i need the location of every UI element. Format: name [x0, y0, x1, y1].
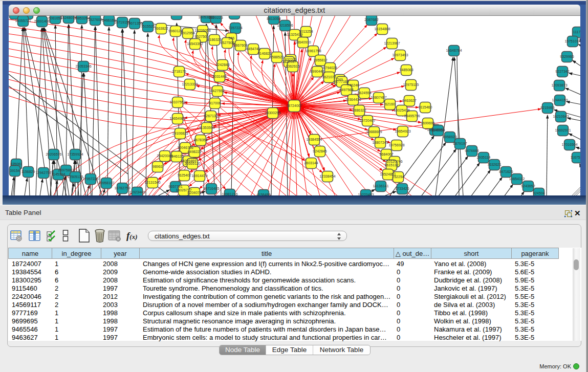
svg-text:8813054: 8813054 — [267, 17, 280, 20]
svg-text:12213967: 12213967 — [384, 41, 400, 45]
svg-text:8958923: 8958923 — [443, 135, 456, 139]
svg-text:7357224: 7357224 — [228, 26, 242, 30]
svg-text:12338454: 12338454 — [319, 174, 335, 178]
svg-text:252254: 252254 — [392, 175, 404, 179]
svg-text:2087682: 2087682 — [364, 18, 378, 21]
svg-text:924504: 924504 — [533, 191, 545, 195]
svg-text:7515526: 7515526 — [141, 25, 155, 28]
svg-text:16914479: 16914479 — [191, 174, 207, 178]
svg-text:9115460: 9115460 — [419, 105, 432, 109]
svg-text:12131540: 12131540 — [144, 181, 160, 184]
svg-text:18724007: 18724007 — [286, 104, 302, 107]
svg-text:20364436: 20364436 — [345, 98, 361, 101]
svg-text:18300295: 18300295 — [265, 111, 280, 115]
svg-text:9684067: 9684067 — [379, 152, 393, 156]
svg-text:10973493: 10973493 — [392, 53, 408, 57]
svg-text:1615132: 1615132 — [384, 163, 398, 167]
svg-text:9227342: 9227342 — [555, 70, 569, 73]
svg-text:4498222: 4498222 — [187, 150, 201, 154]
svg-text:1588520: 1588520 — [270, 55, 284, 59]
svg-text:8031446: 8031446 — [212, 75, 226, 78]
svg-text:16961758: 16961758 — [305, 49, 321, 53]
svg-text:7663822: 7663822 — [154, 27, 168, 30]
svg-text:9527508: 9527508 — [220, 41, 234, 45]
svg-text:12975115: 12975115 — [403, 83, 419, 86]
svg-text:9463627: 9463627 — [402, 99, 416, 102]
svg-text:9146821: 9146821 — [257, 52, 271, 55]
svg-text:21053346: 21053346 — [75, 64, 91, 68]
svg-text:12213319: 12213319 — [182, 82, 198, 86]
svg-text:8267130: 8267130 — [204, 114, 217, 118]
svg-text:8990448: 8990448 — [310, 70, 324, 73]
svg-text:1362615: 1362615 — [286, 64, 299, 68]
svg-text:62160: 62160 — [385, 102, 395, 106]
svg-text:8454749: 8454749 — [246, 47, 260, 51]
svg-text:1527602: 1527602 — [88, 18, 102, 21]
svg-text:18981216: 18981216 — [222, 192, 237, 196]
svg-text:19218506: 19218506 — [277, 24, 293, 27]
svg-text:19384554: 19384554 — [306, 138, 322, 141]
svg-text:1621072: 1621072 — [322, 75, 336, 79]
svg-text:11923448: 11923448 — [129, 190, 145, 194]
svg-text:10025438: 10025438 — [394, 108, 409, 112]
svg-text:8912954: 8912954 — [181, 31, 194, 35]
svg-text:7955812: 7955812 — [313, 58, 327, 62]
svg-text:20206576: 20206576 — [46, 152, 61, 156]
svg-text:7485063: 7485063 — [399, 68, 413, 72]
svg-text:10853267: 10853267 — [74, 16, 90, 20]
svg-text:19654923: 19654923 — [395, 129, 410, 133]
svg-text:1145194: 1145194 — [52, 172, 66, 176]
svg-text:12942757: 12942757 — [35, 171, 51, 174]
svg-text:9474444: 9474444 — [465, 149, 478, 152]
svg-text:8678352: 8678352 — [193, 138, 207, 142]
svg-text:18495796: 18495796 — [404, 114, 420, 118]
svg-text:16154808: 16154808 — [374, 27, 390, 31]
svg-text:39154: 39154 — [10, 169, 20, 172]
svg-text:16671355: 16671355 — [126, 21, 142, 25]
svg-text:6497568: 6497568 — [339, 88, 353, 92]
svg-text:18640910: 18640910 — [295, 40, 311, 44]
svg-text:1156829: 1156829 — [21, 170, 35, 173]
svg-text:10120746: 10120746 — [386, 160, 402, 163]
svg-text:746246: 746246 — [347, 83, 359, 87]
svg-text:10046756: 10046756 — [177, 146, 193, 149]
svg-text:14136141: 14136141 — [373, 184, 388, 188]
svg-text:17957225: 17957225 — [82, 177, 98, 181]
svg-text:13270483: 13270483 — [358, 193, 374, 196]
svg-text:4158480: 4158480 — [256, 193, 270, 196]
svg-text:1167533: 1167533 — [571, 156, 580, 159]
svg-text:19756928: 19756928 — [388, 143, 404, 147]
svg-text:10688609: 10688609 — [366, 130, 382, 134]
svg-text:2867608: 2867608 — [233, 43, 247, 47]
svg-text:7632621: 7632621 — [487, 163, 501, 166]
svg-text:19106825: 19106825 — [172, 132, 188, 135]
svg-text:16210643: 16210643 — [553, 115, 569, 118]
svg-text:3624554: 3624554 — [357, 91, 371, 95]
svg-text:9242845: 9242845 — [313, 149, 326, 153]
svg-text:20691406: 20691406 — [34, 19, 50, 23]
svg-text:9329966: 9329966 — [560, 55, 574, 58]
svg-text:2935114: 2935114 — [477, 156, 491, 159]
svg-text:11175: 11175 — [573, 30, 580, 34]
svg-text:98961: 98961 — [153, 165, 163, 168]
svg-text:20555120: 20555120 — [184, 162, 200, 165]
svg-text:10958107: 10958107 — [98, 181, 114, 185]
svg-text:7886322: 7886322 — [352, 108, 366, 112]
svg-text:835061: 835061 — [10, 162, 22, 166]
svg-text:10807487: 10807487 — [371, 96, 386, 99]
svg-text:11325419: 11325419 — [287, 33, 303, 36]
svg-text:8427552: 8427552 — [210, 89, 224, 93]
svg-text:9777169: 9777169 — [335, 80, 349, 83]
svg-text:13226058: 13226058 — [194, 29, 210, 32]
svg-text:7625402: 7625402 — [177, 173, 191, 177]
svg-text:9243652: 9243652 — [521, 184, 535, 188]
svg-text:10107553: 10107553 — [169, 100, 185, 104]
svg-text:2718176: 2718176 — [172, 70, 186, 73]
svg-text:12444159: 12444159 — [552, 98, 568, 102]
svg-text:14055721: 14055721 — [15, 19, 31, 23]
svg-text:1733426: 1733426 — [395, 187, 409, 190]
svg-text:2620223: 2620223 — [209, 16, 223, 19]
svg-text:18807249: 18807249 — [372, 141, 388, 144]
svg-text:19654983: 19654983 — [169, 117, 185, 120]
svg-text:2946120: 2946120 — [169, 155, 183, 158]
